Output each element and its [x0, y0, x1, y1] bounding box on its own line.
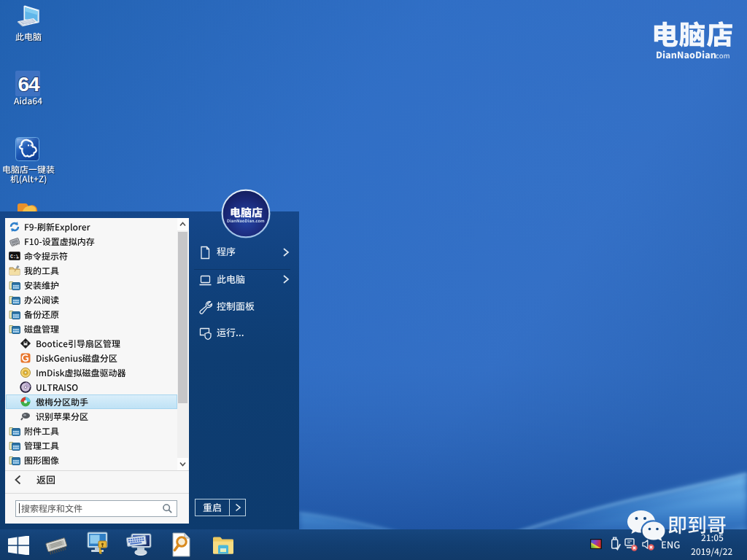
svg-text:64: 64 [18, 73, 40, 96]
svg-text:C:\: C:\ [10, 254, 19, 260]
